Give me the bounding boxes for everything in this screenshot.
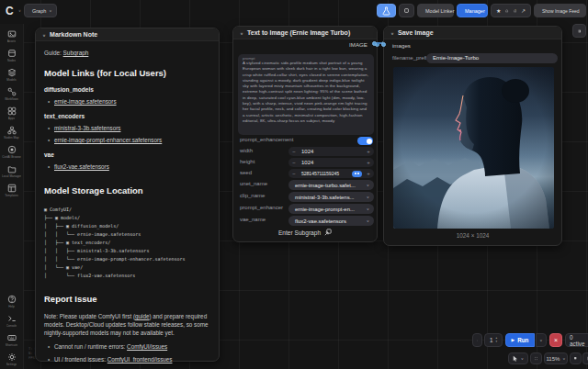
decrement-icon[interactable]: −: [288, 158, 300, 167]
zoom-level-value: 115%: [546, 356, 560, 362]
panel-toggle-button[interactable]: [572, 24, 586, 38]
star-icon[interactable]: ★: [496, 7, 501, 14]
enter-subgraph-button[interactable]: Enter Subgraph: [233, 229, 377, 236]
chevron-down-icon: ∨: [562, 357, 565, 361]
category-text-encoders: text_encoders: [44, 113, 210, 119]
clip-name-select[interactable]: ministral-3-3b.safetens... ∨: [288, 192, 374, 202]
sidebar-item-settings[interactable]: Settings: [0, 350, 24, 369]
bell-alert-icon[interactable]: [514, 7, 516, 15]
model-link[interactable]: ernie-image-prompt-enhancer.safetensors: [54, 137, 162, 143]
issues-link[interactable]: ComfyUI_frontend/issues: [107, 356, 173, 363]
prompt-enhancer-select[interactable]: ernie-image-prompt-en... ∨: [288, 204, 374, 214]
generated-portrait-image: [393, 67, 554, 229]
apps-icon: [7, 106, 17, 116]
unet-name-select[interactable]: ernie-image-turbo.safet... ∨: [288, 180, 374, 190]
increment-icon[interactable]: +: [363, 147, 374, 156]
bell-icon[interactable]: [505, 7, 508, 15]
decrement-icon[interactable]: −: [288, 147, 300, 156]
sidebar-item-shortcuts[interactable]: Shortcuts: [0, 330, 24, 350]
chevron-down-icon: ∨: [49, 9, 51, 13]
lab-flask-button[interactable]: [377, 4, 396, 17]
guide-line: Guide: Subgraph: [44, 50, 210, 56]
minimap-button[interactable]: [582, 352, 588, 364]
queue-drag-handle[interactable]: [472, 333, 482, 347]
issues-link[interactable]: ComfyUI/issues: [127, 343, 167, 350]
output-label-image: IMAGE: [349, 41, 368, 48]
width-stepper[interactable]: − 1024 +: [288, 147, 374, 156]
show-image-feed-button[interactable]: Show Image Feed: [534, 4, 586, 17]
markdown-body: Guide: Subgraph Model Links (for Local U…: [36, 41, 219, 369]
node-header[interactable]: ∨ Save Image: [384, 27, 561, 39]
randomize-seed-button[interactable]: [352, 171, 362, 177]
prompt-enhancement-label: prompt_enhancement: [240, 137, 293, 142]
height-label: height: [240, 159, 254, 164]
run-label: Run: [517, 337, 528, 343]
clear-queue-button[interactable]: ×: [549, 333, 562, 347]
folder-tree: ▣ ComfyUI/ ├── ▣ models/ │ ├── ▣ diffusi…: [44, 206, 210, 280]
collapse-chevron-icon[interactable]: ∨: [390, 30, 394, 35]
graph-tab[interactable]: Graph ∨: [24, 4, 57, 17]
sidebar-item-assets[interactable]: Assets: [0, 27, 24, 46]
sidebar-item-templates[interactable]: Templates: [0, 181, 24, 200]
manager-button[interactable]: Manager: [457, 4, 488, 17]
model-link[interactable]: ministral-3-3b.safetensors: [54, 125, 120, 131]
close-icon: ×: [554, 337, 558, 343]
share-icon[interactable]: ↗: [521, 7, 526, 14]
sidebar-item-models[interactable]: Models: [0, 65, 24, 84]
increment-icon[interactable]: +: [363, 169, 374, 178]
increment-icon[interactable]: +: [363, 158, 374, 167]
sidebar-item-help[interactable]: Help: [0, 292, 24, 311]
model-link[interactable]: ernie-image.safetensors: [54, 98, 117, 105]
node-header[interactable]: ∨ Text to Image (Ernie Image Turbo): [233, 27, 377, 39]
sidebar-item-civitai-browse[interactable]: CivitAI Browse: [0, 142, 24, 162]
keyboard-icon: [7, 333, 17, 342]
subgraph-link[interactable]: Subgraph: [63, 50, 89, 56]
sidebar-item-nodes[interactable]: Nodes: [0, 46, 24, 65]
prompt-enhancement-toggle[interactable]: [357, 137, 373, 145]
wire-output-dot[interactable]: [372, 41, 377, 46]
batch-count-stepper[interactable]: 1 ▴▾: [484, 333, 503, 347]
pointer-mode-button[interactable]: ∨: [508, 352, 528, 364]
heading-storage: Model Storage Location: [44, 185, 210, 196]
sidebar-item-nodes-map[interactable]: Nodes Map: [0, 123, 24, 142]
prompt-textarea[interactable]: prompt A stylized cinematic side-profile…: [238, 54, 374, 135]
filename-prefix-input[interactable]: Ernie-Image-Turbo: [426, 53, 558, 63]
vae-name-label: vae_name: [240, 217, 266, 222]
height-stepper[interactable]: − 1024 +: [288, 158, 374, 167]
stop-button[interactable]: [399, 4, 414, 17]
heading-model-links: Model Links (for Local Users): [44, 68, 210, 78]
console-icon: [7, 314, 17, 323]
model-linker-button[interactable]: Model Linker: [417, 4, 454, 17]
node-header[interactable]: ∨ Markdown Note: [36, 28, 219, 41]
sidebar-item-console[interactable]: Console: [0, 311, 24, 330]
filename-prefix-label: filename_prefix: [392, 55, 430, 61]
count-down-icon[interactable]: ▾: [495, 341, 497, 343]
logo-menu-chevron-icon[interactable]: ∨: [18, 8, 21, 13]
flask-icon: [382, 6, 390, 16]
collapse-chevron-icon[interactable]: ∨: [42, 32, 46, 37]
image-preview[interactable]: [393, 67, 554, 229]
images-input-slot[interactable]: [381, 42, 386, 47]
sidebar-item-apps[interactable]: Apps: [0, 104, 24, 123]
decrement-icon[interactable]: −: [288, 169, 300, 178]
run-options-button[interactable]: ∨: [536, 333, 547, 347]
civitai-icon: [7, 145, 17, 154]
toggle-links-button[interactable]: [570, 352, 582, 364]
guide-link[interactable]: guide: [135, 313, 149, 319]
sidebar-item-local-manager[interactable]: Local Manager: [0, 162, 24, 181]
collapse-chevron-icon[interactable]: ∨: [240, 30, 243, 35]
category-diffusion-models: diffusion_models: [44, 86, 210, 93]
fit-view-button[interactable]: [530, 352, 542, 364]
zoom-level-button[interactable]: 115% ∨: [544, 352, 568, 364]
seed-stepper[interactable]: − 528145711159245 +: [288, 169, 374, 178]
vae-name-value: flux2-vae.safetensors: [288, 218, 367, 224]
vae-name-select[interactable]: flux2-vae.safetensors ∨: [288, 216, 374, 226]
show-image-feed-label: Show Image Feed: [542, 8, 580, 14]
models-icon: [7, 68, 17, 77]
run-button[interactable]: ▶ Run: [505, 333, 535, 347]
model-link[interactable]: flux2-vae.safetensors: [54, 163, 109, 170]
comfyui-logo-icon[interactable]: C: [6, 5, 17, 17]
sidebar-item-workflows[interactable]: Workflows: [0, 84, 24, 104]
batch-count-value: 1: [490, 337, 493, 343]
list-item: ernie-image.safetensors: [44, 98, 210, 105]
